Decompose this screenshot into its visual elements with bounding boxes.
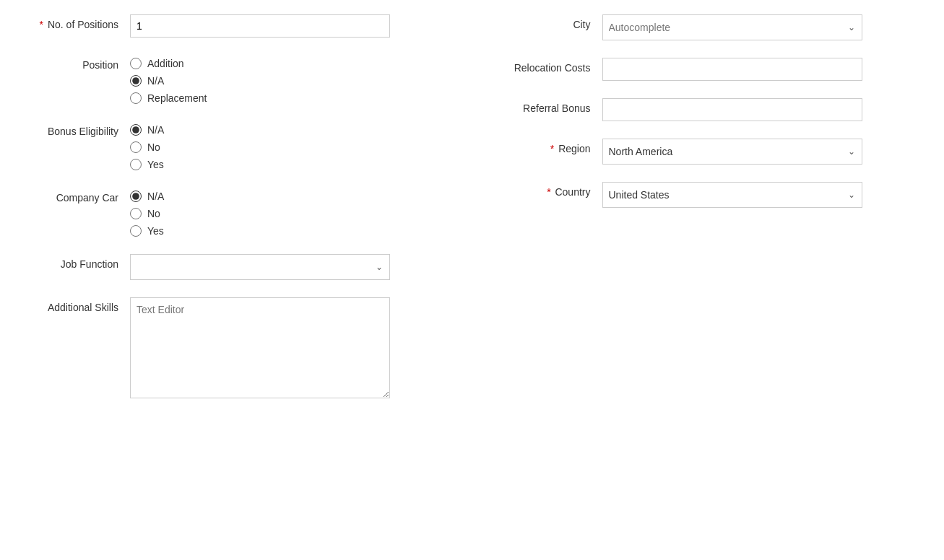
city-control: ⌄ xyxy=(602,14,916,40)
position-na-radio[interactable] xyxy=(130,75,142,87)
country-row: * Country United States Canada United Ki… xyxy=(501,182,916,208)
right-column: City ⌄ Relocation Costs Referral Bonus xyxy=(472,14,916,418)
region-select-wrapper: North America Europe Asia Pacific Latin … xyxy=(602,139,862,165)
position-addition-label[interactable]: Addition xyxy=(147,58,184,69)
city-autocomplete-wrapper: ⌄ xyxy=(602,14,862,40)
car-na-label[interactable]: N/A xyxy=(147,191,164,202)
referral-bonus-row: Referral Bonus xyxy=(501,98,916,121)
company-car-row: Company Car N/A No Yes xyxy=(29,188,429,237)
bonus-eligibility-label: Bonus Eligibility xyxy=(29,121,130,137)
relocation-costs-control xyxy=(602,58,916,81)
position-replacement-radio[interactable] xyxy=(130,92,142,104)
position-addition-radio[interactable] xyxy=(130,58,142,69)
position-addition-item[interactable]: Addition xyxy=(130,58,429,69)
form-container: * No. of Positions Position Addition N/A xyxy=(29,14,915,418)
no-of-positions-row: * No. of Positions xyxy=(29,14,429,38)
car-no-radio[interactable] xyxy=(130,208,142,219)
car-yes-item[interactable]: Yes xyxy=(130,225,429,237)
bonus-eligibility-radio-group: N/A No Yes xyxy=(130,121,429,170)
bonus-no-item[interactable]: No xyxy=(130,141,429,153)
city-autocomplete-input[interactable] xyxy=(602,14,862,40)
position-radio-group: Addition N/A Replacement xyxy=(130,55,429,104)
company-car-radio-group: N/A No Yes xyxy=(130,188,429,237)
referral-bonus-input[interactable] xyxy=(602,98,862,121)
position-row: Position Addition N/A Replacement xyxy=(29,55,429,104)
referral-bonus-control xyxy=(602,98,916,121)
position-replacement-label[interactable]: Replacement xyxy=(147,92,207,104)
company-car-label: Company Car xyxy=(29,188,130,204)
city-label: City xyxy=(501,14,602,30)
bonus-yes-label[interactable]: Yes xyxy=(147,159,164,170)
position-label: Position xyxy=(29,55,130,71)
job-function-control: ⌄ xyxy=(130,254,429,280)
job-function-select-wrapper: ⌄ xyxy=(130,254,390,280)
car-yes-label[interactable]: Yes xyxy=(147,225,164,237)
referral-bonus-label: Referral Bonus xyxy=(501,98,602,114)
relocation-costs-row: Relocation Costs xyxy=(501,58,916,81)
no-of-positions-label: * No. of Positions xyxy=(29,14,130,30)
region-required-star: * xyxy=(550,143,554,154)
car-na-radio[interactable] xyxy=(130,191,142,202)
country-required-star: * xyxy=(547,186,550,198)
left-column: * No. of Positions Position Addition N/A xyxy=(29,14,472,418)
country-select[interactable]: United States Canada United Kingdom Germ… xyxy=(602,182,862,208)
relocation-costs-input[interactable] xyxy=(602,58,862,81)
job-function-row: Job Function ⌄ xyxy=(29,254,429,280)
bonus-na-radio[interactable] xyxy=(130,124,142,136)
job-function-label: Job Function xyxy=(29,254,130,270)
region-control: North America Europe Asia Pacific Latin … xyxy=(602,139,916,165)
car-na-item[interactable]: N/A xyxy=(130,191,429,202)
car-yes-radio[interactable] xyxy=(130,225,142,237)
country-select-wrapper: United States Canada United Kingdom Germ… xyxy=(602,182,862,208)
position-na-item[interactable]: N/A xyxy=(130,75,429,87)
country-label: * Country xyxy=(501,182,602,198)
no-of-positions-input[interactable] xyxy=(130,14,390,38)
bonus-yes-item[interactable]: Yes xyxy=(130,159,429,170)
bonus-no-label[interactable]: No xyxy=(147,141,160,153)
bonus-eligibility-row: Bonus Eligibility N/A No Yes xyxy=(29,121,429,170)
job-function-select[interactable] xyxy=(130,254,390,280)
car-no-label[interactable]: No xyxy=(147,208,160,219)
region-label: * Region xyxy=(501,139,602,154)
additional-skills-label: Additional Skills xyxy=(29,297,130,313)
additional-skills-row: Additional Skills xyxy=(29,297,429,401)
region-row: * Region North America Europe Asia Pacif… xyxy=(501,139,916,165)
country-control: United States Canada United Kingdom Germ… xyxy=(602,182,916,208)
car-no-item[interactable]: No xyxy=(130,208,429,219)
bonus-yes-radio[interactable] xyxy=(130,159,142,170)
city-row: City ⌄ xyxy=(501,14,916,40)
position-replacement-item[interactable]: Replacement xyxy=(130,92,429,104)
bonus-na-label[interactable]: N/A xyxy=(147,124,164,136)
region-select[interactable]: North America Europe Asia Pacific Latin … xyxy=(602,139,862,165)
relocation-costs-label: Relocation Costs xyxy=(501,58,602,74)
bonus-no-radio[interactable] xyxy=(130,141,142,153)
required-star: * xyxy=(40,19,43,30)
bonus-na-item[interactable]: N/A xyxy=(130,124,429,136)
position-na-label[interactable]: N/A xyxy=(147,75,164,87)
additional-skills-textarea[interactable] xyxy=(130,297,390,398)
no-of-positions-control xyxy=(130,14,429,38)
additional-skills-control xyxy=(130,297,429,401)
